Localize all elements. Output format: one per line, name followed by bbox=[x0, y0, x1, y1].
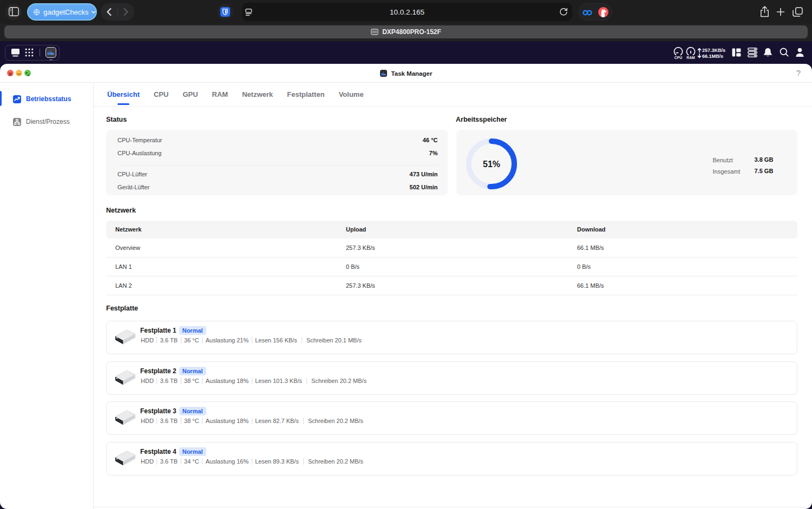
svg-text:RAM: RAM bbox=[686, 56, 695, 60]
svg-text:51%: 51% bbox=[482, 160, 500, 169]
svg-text:CPU: CPU bbox=[675, 56, 682, 60]
